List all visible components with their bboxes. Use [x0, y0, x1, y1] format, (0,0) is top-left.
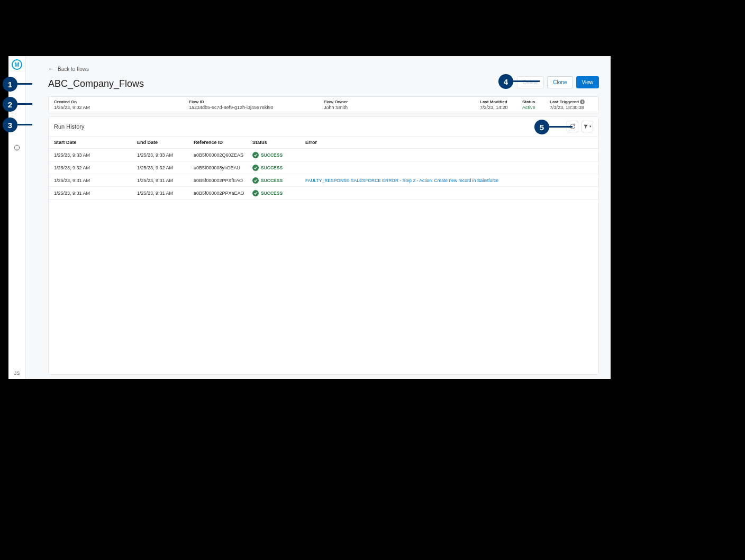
- col-start[interactable]: Start Date: [54, 140, 137, 145]
- delete-button: Delete: [517, 76, 544, 88]
- cell-ref: a0B5f000002Q60ZEAS: [194, 152, 252, 158]
- filter-button[interactable]: ▾: [582, 121, 593, 132]
- run-history-panel: Run History ▾ Start Date End Date Refere…: [48, 116, 599, 375]
- back-arrow-icon: ←: [48, 65, 54, 73]
- callout-3: 3: [3, 118, 17, 132]
- callout-3-line: [17, 124, 32, 125]
- table-row[interactable]: 1/25/23, 9:33 AM1/25/23, 9:33 AMa0B5f000…: [49, 149, 598, 161]
- info-flow-id: Flow ID 1a234db5-6c7d-8ef9-g12h-i3j45678…: [189, 99, 324, 111]
- logo-icon: M: [12, 59, 22, 70]
- callout-1-line: [17, 83, 32, 85]
- callout-1: 1: [3, 77, 17, 92]
- cell-ref: a0B5f000008yIiOEAU: [194, 165, 252, 170]
- back-link-label: Back to flows: [58, 66, 89, 72]
- callout-5-line: [549, 126, 573, 128]
- col-end[interactable]: End Date: [137, 140, 194, 145]
- run-history-title: Run History: [54, 123, 84, 130]
- success-icon: [252, 190, 259, 196]
- col-ref[interactable]: Reference ID: [194, 140, 252, 145]
- cell-start: 1/25/23, 9:32 AM: [54, 165, 137, 170]
- run-history-grid: Start Date End Date Reference ID Status …: [49, 136, 598, 200]
- success-icon: [252, 177, 259, 184]
- callout-2: 2: [3, 97, 17, 112]
- col-error[interactable]: Error: [305, 140, 593, 145]
- callout-2-line: [17, 103, 32, 105]
- table-row[interactable]: 1/25/23, 9:32 AM1/25/23, 9:32 AMa0B5f000…: [49, 161, 598, 174]
- cell-ref: a0B5f000002PPXaEAO: [194, 191, 252, 196]
- svg-point-0: [14, 145, 19, 150]
- success-icon: [252, 165, 259, 171]
- info-last-triggered: Last Triggeredi 7/3/23, 18:30:38: [550, 99, 593, 111]
- chevron-down-icon: ▾: [589, 124, 592, 129]
- cell-status: SUCCESS: [252, 190, 305, 196]
- clone-button[interactable]: Clone: [547, 76, 573, 88]
- cell-end: 1/25/23, 9:32 AM: [137, 165, 194, 170]
- cell-end: 1/25/23, 9:33 AM: [137, 152, 194, 158]
- cell-status: SUCCESS: [252, 152, 305, 158]
- page-title: ABC_Company_Flows: [48, 78, 144, 89]
- info-created-on: Created On 1/25/23, 9:02 AM: [54, 99, 189, 111]
- cell-ref: a0B5f000002PPXfEAO: [194, 178, 252, 183]
- run-history-header: Run History ▾: [49, 117, 598, 136]
- callout-4: 4: [498, 74, 513, 89]
- cell-start: 1/25/23, 9:31 AM: [54, 191, 137, 196]
- cell-error: FAULTY_RESPONSE SALESFORCE ERROR - Step …: [305, 178, 593, 183]
- action-buttons: Delete Clone View: [517, 76, 599, 88]
- app-frame: M JS ← Back to flows ABC_Company_Flows D…: [8, 56, 611, 379]
- rail-user-initials[interactable]: JS: [8, 371, 25, 376]
- cell-end: 1/25/23, 9:31 AM: [137, 191, 194, 196]
- grid-header-row: Start Date End Date Reference ID Status …: [49, 136, 598, 149]
- cell-end: 1/25/23, 9:31 AM: [137, 178, 194, 183]
- content-area: ← Back to flows ABC_Company_Flows Delete…: [26, 56, 611, 379]
- table-row[interactable]: 1/25/23, 9:31 AM1/25/23, 9:31 AMa0B5f000…: [49, 187, 598, 200]
- callout-4-line: [513, 80, 540, 82]
- table-row[interactable]: 1/25/23, 9:31 AM1/25/23, 9:31 AMa0B5f000…: [49, 174, 598, 187]
- info-status: Status Active: [522, 99, 550, 111]
- cell-status: SUCCESS: [252, 165, 305, 171]
- info-last-modified: Last Modified 7/3/23, 14:20: [480, 99, 522, 111]
- col-status[interactable]: Status: [252, 140, 305, 145]
- view-button[interactable]: View: [576, 76, 599, 88]
- success-icon: [252, 152, 259, 158]
- flow-info-bar: Created On 1/25/23, 9:02 AM Flow ID 1a23…: [48, 96, 599, 113]
- error-link[interactable]: FAULTY_RESPONSE SALESFORCE ERROR - Step …: [305, 178, 498, 183]
- info-icon[interactable]: i: [580, 100, 585, 104]
- info-flow-owner: Flow Owner John Smith: [324, 99, 480, 111]
- cell-status: SUCCESS: [252, 177, 305, 184]
- back-to-flows-link[interactable]: ← Back to flows: [48, 65, 89, 73]
- callout-5: 5: [534, 120, 549, 134]
- cell-start: 1/25/23, 9:33 AM: [54, 152, 137, 158]
- cell-start: 1/25/23, 9:31 AM: [54, 178, 137, 183]
- rail-target-icon[interactable]: [13, 144, 21, 151]
